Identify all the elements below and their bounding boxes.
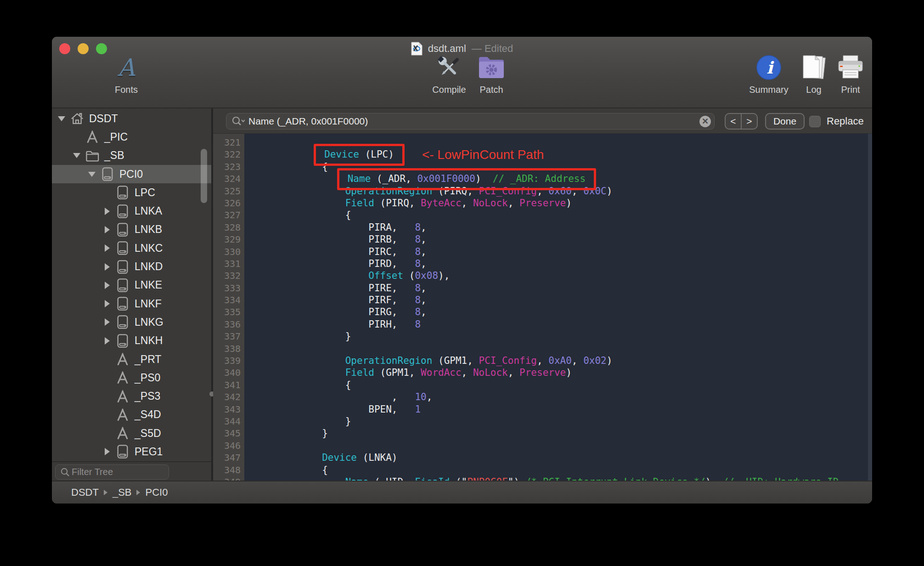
- disclosure-closed-icon[interactable]: [101, 335, 113, 347]
- sidebar-item-prt[interactable]: _PRT: [52, 350, 211, 368]
- breadcrumb-item-dsdt[interactable]: DSDT: [71, 487, 99, 498]
- code-token: PIRE,: [276, 283, 415, 294]
- disclosure-closed-icon[interactable]: [101, 298, 113, 310]
- code-token: 8: [415, 306, 421, 317]
- line-number: 321: [213, 136, 241, 148]
- disclosure-closed-icon[interactable]: [101, 224, 113, 236]
- code-token: PIRH,: [276, 319, 415, 330]
- sidebar-item-dsdt[interactable]: DSDT: [52, 109, 211, 128]
- line-number: 336: [213, 318, 241, 330]
- toolbar-patch-button[interactable]: Patch: [464, 52, 519, 95]
- find-previous-button[interactable]: <: [726, 114, 741, 129]
- sidebar-item-peg1[interactable]: PEG1: [52, 442, 211, 461]
- code-token: ): [607, 355, 613, 366]
- clear-search-icon[interactable]: ✕: [699, 116, 711, 127]
- code-token: (LPC): [359, 149, 394, 160]
- disclosure-open-icon[interactable]: [56, 113, 68, 125]
- disclosure-closed-icon[interactable]: [101, 446, 113, 458]
- sidebar-item-lnkg[interactable]: LNKG: [52, 313, 211, 331]
- breadcrumb-item-pci0[interactable]: PCI0: [145, 487, 168, 498]
- sidebar-item-lnke[interactable]: LNKE: [52, 276, 211, 294]
- line-number: 324: [213, 173, 241, 185]
- method-icon: [85, 130, 100, 144]
- code-line-337: }: [276, 330, 872, 342]
- code-token: ,: [508, 367, 519, 378]
- tree-item-label: DSDT: [89, 113, 118, 125]
- code-token: ,: [421, 234, 427, 245]
- sidebar-item-lnkc[interactable]: LNKC: [52, 239, 211, 257]
- sidebar-item-s4d[interactable]: _S4D: [52, 406, 211, 424]
- disclosure-open-icon[interactable]: [86, 168, 98, 180]
- sidebar-item-ps0[interactable]: _PS0: [52, 368, 211, 387]
- code-token: PIRD,: [276, 258, 415, 269]
- disclosure-closed-icon[interactable]: [101, 261, 113, 273]
- line-number: 340: [213, 367, 241, 379]
- replace-label: Replace: [827, 115, 864, 127]
- line-number: 347: [213, 452, 241, 464]
- sidebar-item-lnkb[interactable]: LNKB: [52, 221, 211, 239]
- code-token: }: [276, 416, 351, 427]
- code-token: BPEN,: [276, 404, 415, 415]
- sidebar-item-s5d[interactable]: _S5D: [52, 424, 211, 442]
- sidebar-item-pci0[interactable]: PCI0: [52, 165, 211, 183]
- sidebar-item-sb[interactable]: _SB: [52, 147, 211, 165]
- sidebar-item-pic[interactable]: _PIC: [52, 128, 211, 146]
- breadcrumb-item-sb[interactable]: _SB: [113, 487, 132, 498]
- code-token: ,: [462, 198, 473, 209]
- code-line-340: Field (GPM1, WordAcc, NoLock, Preserve): [276, 367, 872, 379]
- code-token: ),: [438, 270, 450, 281]
- code-token: PNP0C0F: [467, 476, 508, 481]
- device-icon: [115, 241, 130, 255]
- filter-tree-field[interactable]: [55, 464, 169, 480]
- code-token: 0x001F0000: [417, 173, 475, 184]
- sidebar-item-lnkd[interactable]: LNKD: [52, 257, 211, 276]
- code-token: (GPM1,: [432, 355, 479, 366]
- code-line-331: PIRD, 8,: [276, 258, 872, 270]
- code-token: Device: [324, 149, 359, 160]
- disclosure-closed-icon[interactable]: [101, 279, 113, 291]
- find-next-button[interactable]: >: [741, 114, 757, 129]
- tree-item-label: LPC: [135, 187, 155, 199]
- line-number: 344: [213, 415, 241, 427]
- disclosure-closed-icon[interactable]: [101, 316, 113, 328]
- code-token: PIRB,: [276, 234, 415, 245]
- dsdt-tree: DSDT_PIC_SBPCI0LPCLNKALNKBLNKCLNKDLNKELN…: [52, 109, 211, 461]
- editor-scrollbar-track[interactable]: [868, 134, 872, 481]
- code-line-332: Offset (0x08),: [276, 270, 872, 282]
- sidebar-item-lpc[interactable]: LPC: [52, 183, 211, 202]
- disclosure-closed-icon[interactable]: [101, 242, 113, 254]
- toolbar-fonts-button[interactable]: A Fonts: [99, 52, 154, 95]
- toolbar-print-button[interactable]: Print: [823, 52, 872, 95]
- code-token: ): [607, 186, 613, 197]
- code-token: [276, 355, 345, 366]
- device-icon: [115, 260, 130, 274]
- code-content[interactable]: Device (LPC)<- LowPinCount Path { Name (…: [244, 134, 872, 481]
- code-token: {: [276, 464, 328, 475]
- replace-checkbox[interactable]: [809, 116, 821, 127]
- find-field[interactable]: ✕: [226, 113, 715, 130]
- disclosure-closed-icon[interactable]: [101, 205, 113, 217]
- disclosure-open-icon[interactable]: [71, 150, 83, 162]
- line-number: 327: [213, 209, 241, 221]
- code-token: (": [450, 476, 467, 481]
- code-token: 8: [415, 283, 421, 294]
- sidebar-item-ps3[interactable]: _PS3: [52, 387, 211, 405]
- method-icon: [115, 389, 130, 404]
- sidebar-item-lnka[interactable]: LNKA: [52, 202, 211, 220]
- method-icon: [115, 408, 130, 422]
- code-line-329: PIRB, 8,: [276, 233, 872, 245]
- filter-tree-input[interactable]: [71, 466, 160, 478]
- find-input[interactable]: [248, 115, 699, 127]
- code-editor[interactable]: 3213223233243253263273283293303313323333…: [213, 134, 872, 481]
- sidebar-item-lnkh[interactable]: LNKH: [52, 332, 211, 350]
- line-number: 330: [213, 246, 241, 258]
- code-line-330: PIRC, 8,: [276, 246, 872, 258]
- line-number: 335: [213, 306, 241, 318]
- code-token: 1: [415, 404, 421, 415]
- code-token: ByteAcc: [421, 198, 462, 209]
- sidebar-item-lnkf[interactable]: LNKF: [52, 294, 211, 313]
- code-token: OperationRegion: [345, 355, 433, 366]
- code-token: [276, 186, 345, 197]
- sidebar-scrollbar-thumb[interactable]: [201, 149, 207, 203]
- done-button[interactable]: Done: [765, 113, 805, 130]
